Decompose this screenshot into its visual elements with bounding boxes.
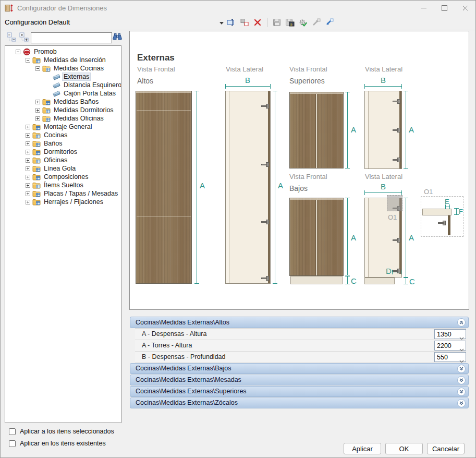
tree-item[interactable]: Cocinas xyxy=(5,131,121,139)
tree-item[interactable]: Externas xyxy=(5,73,121,81)
panel-header-collapsed[interactable]: Cocinas\Medidas Externas\Zócalos xyxy=(130,397,469,408)
dim-line-b-altos xyxy=(225,86,271,87)
expand-panel-icon[interactable] xyxy=(457,376,466,384)
panel-title: Cocinas\Medidas Externas\Altos xyxy=(130,317,468,328)
tree-expander-icon[interactable] xyxy=(26,141,30,146)
tree-item[interactable]: Distancia Esquineros xyxy=(5,81,121,89)
dim-label-a: A xyxy=(409,233,414,242)
tree-expander-icon[interactable] xyxy=(26,58,30,63)
door-edge-section xyxy=(448,215,450,235)
panel-header-collapsed[interactable]: Cocinas\Medidas Externas\Bajos xyxy=(130,363,469,374)
tree-expander-icon[interactable] xyxy=(35,66,40,71)
bajos-plinth xyxy=(290,276,343,284)
search-input[interactable] xyxy=(31,32,112,43)
toolbar-separator xyxy=(267,18,267,27)
view-label-lateral-bajos: Vista Lateral xyxy=(365,173,402,180)
tree-item[interactable]: Ítems Sueltos xyxy=(5,181,121,189)
section-label-superiores: Superiores xyxy=(289,77,325,85)
expand-panel-icon[interactable] xyxy=(457,399,466,407)
apply-config-icon[interactable] xyxy=(298,17,308,28)
tree-expander-icon[interactable] xyxy=(26,158,30,163)
dim-label-c: C xyxy=(351,276,357,285)
minimize-button[interactable] xyxy=(413,1,434,15)
tree-item[interactable]: Medidas de Inserción xyxy=(5,56,121,64)
panel-header-collapsed[interactable]: Cocinas\Medidas Externas\Mesadas xyxy=(130,375,469,385)
tree-item[interactable]: Herrajes / Fijaciones xyxy=(5,198,121,206)
o1-region-label: O1 xyxy=(388,213,397,221)
ok-button[interactable]: OK xyxy=(385,443,423,454)
o1-highlight-region xyxy=(387,195,402,211)
apply-button[interactable]: Aplicar xyxy=(344,443,381,454)
hinge-icon xyxy=(438,220,446,226)
dimension-value-combobox[interactable]: 1350 xyxy=(434,329,466,339)
view-label-frontal-altos: Vista Frontal xyxy=(137,65,175,73)
tree-expander-icon[interactable] xyxy=(26,150,30,154)
expand-all-icon[interactable] xyxy=(19,32,29,42)
import-config-icon[interactable] xyxy=(324,17,334,28)
dim-line-d-bajos xyxy=(392,272,401,272)
expand-panel-icon[interactable] xyxy=(457,365,466,373)
dim-label-b: B xyxy=(381,182,386,191)
tree-item[interactable]: Medidas Baños xyxy=(5,98,121,106)
tree-item[interactable]: Medidas Cocinas xyxy=(5,64,121,73)
tree-item-label: Composiciones xyxy=(43,173,89,180)
tree-item[interactable]: Medidas Oficinas xyxy=(5,114,121,123)
panel-title: Cocinas\Medidas Externas\Bajos xyxy=(130,364,468,373)
altos-front-cabinet xyxy=(136,91,192,284)
tree-item[interactable]: Medidas Dormitorios xyxy=(5,106,121,114)
tree-item[interactable]: Dormitorios xyxy=(5,148,121,156)
tree-item[interactable]: Línea Gola xyxy=(5,164,121,173)
save-file-icon[interactable]: a xyxy=(285,17,295,28)
tree-item[interactable]: Oficinas xyxy=(5,156,121,164)
tree-expander-icon[interactable] xyxy=(35,116,40,121)
tree-expander-icon[interactable] xyxy=(35,100,40,104)
collapse-all-icon[interactable] xyxy=(7,32,16,42)
binoculars-search-icon[interactable] xyxy=(112,32,123,42)
dimension-value: 2200 xyxy=(437,342,451,349)
section-label-altos: Altos xyxy=(137,77,153,85)
tree-expander-icon[interactable] xyxy=(26,166,30,171)
dim-label-a: A xyxy=(278,181,283,190)
panel-header-collapsed[interactable]: Cocinas\Medidas Externas\Superiores xyxy=(130,386,469,397)
collapse-panel-icon[interactable] xyxy=(457,318,466,327)
cabinet-back-edge xyxy=(365,91,369,168)
tree-item[interactable]: Cajón Porta Latas xyxy=(5,89,121,98)
dim-label-c: C xyxy=(409,277,415,286)
save-icon[interactable] xyxy=(272,17,282,28)
tree-item-label: Ítems Sueltos xyxy=(43,182,84,189)
panel-header-altos[interactable]: Cocinas\Medidas Externas\Altos xyxy=(130,317,469,328)
tag-icon xyxy=(52,73,61,81)
rename-config-icon[interactable] xyxy=(226,17,237,28)
tree-expander-icon[interactable] xyxy=(26,191,30,196)
folder-icon xyxy=(32,182,41,189)
config-dropdown-caret-icon[interactable] xyxy=(219,22,224,25)
tree-expander-icon[interactable] xyxy=(26,200,30,204)
cancel-button[interactable]: Cancelar xyxy=(427,443,465,454)
copy-config-icon[interactable] xyxy=(239,17,250,28)
tree-item[interactable]: Placas / Tapas / Mesadas xyxy=(5,189,121,198)
tree-item[interactable]: Baños xyxy=(5,139,121,148)
export-config-icon[interactable] xyxy=(311,17,321,28)
close-button[interactable] xyxy=(455,1,475,15)
dimension-row: B - Despensas - Profundidad 550 xyxy=(135,352,466,363)
tree-expander-icon[interactable] xyxy=(26,175,30,179)
tree-expander-icon[interactable] xyxy=(26,125,30,129)
dimension-value-combobox[interactable]: 550 xyxy=(434,352,466,362)
svg-text:a: a xyxy=(290,22,292,27)
tree-expander-icon[interactable] xyxy=(16,50,20,54)
tree-expander-icon[interactable] xyxy=(26,133,30,138)
expand-panel-icon[interactable] xyxy=(457,388,466,396)
apply-selected-items-checkbox[interactable] xyxy=(9,428,16,435)
config-selector[interactable]: Configuración Default xyxy=(5,18,70,26)
apply-existing-items-checkbox[interactable] xyxy=(9,440,16,447)
tree-item-label: Herrajes / Fijaciones xyxy=(43,198,104,206)
tree-expander-icon[interactable] xyxy=(26,183,30,188)
tree-item[interactable]: Montaje General xyxy=(5,123,121,131)
delete-config-icon[interactable] xyxy=(252,17,263,28)
tree-item[interactable]: Composiciones xyxy=(5,173,121,181)
maximize-button[interactable] xyxy=(434,1,455,15)
tree-item-label: Placas / Tapas / Mesadas xyxy=(43,190,119,197)
tree-expander-icon[interactable] xyxy=(35,108,40,113)
tree-item[interactable]: Promob xyxy=(5,47,121,56)
dimension-value-combobox[interactable]: 2200 xyxy=(434,341,466,351)
